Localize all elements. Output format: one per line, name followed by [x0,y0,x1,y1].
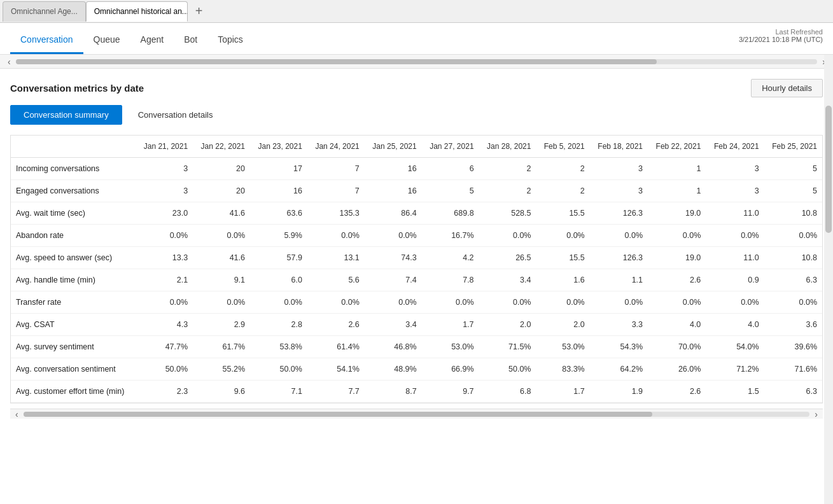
cell-r5-c1: 9.1 [193,269,250,291]
cell-r10-c7: 1.7 [536,381,589,403]
cell-r7-c11: 3.6 [764,314,822,336]
nav-tab-queue[interactable]: Queue [83,25,130,54]
cell-r0-c2: 17 [250,158,307,180]
cell-r6-c3: 0.0% [307,291,365,314]
right-scrollbar[interactable] [824,55,833,504]
cell-r10-c0: 2.3 [136,381,193,403]
cell-r6-c8: 0.0% [590,291,648,314]
nav-tab-agent[interactable]: Agent [130,25,174,54]
cell-r9-c10: 71.2% [706,358,764,381]
last-refreshed-value: 3/21/2021 10:18 PM (UTC) [739,36,823,43]
cell-r5-c2: 6.0 [250,269,307,291]
cell-r10-c9: 2.6 [648,381,706,403]
table-row: Avg. conversation sentiment50.0%55.2%50.… [11,358,822,381]
cell-r2-c8: 126.3 [590,202,648,225]
cell-r2-c5: 689.8 [422,202,479,225]
cell-r4-c2: 57.9 [250,247,307,269]
cell-r1-c3: 7 [307,180,365,202]
cell-r5-c10: 0.9 [706,269,764,291]
cell-r3-c8: 0.0% [590,225,648,247]
nav-tab-bot[interactable]: Bot [174,25,207,54]
table-row: Transfer rate0.0%0.0%0.0%0.0%0.0%0.0%0.0… [11,291,822,314]
cell-r4-c1: 41.6 [193,247,250,269]
cell-r7-c0: 4.3 [136,314,193,336]
cell-r9-c5: 66.9% [422,358,479,381]
cell-r3-c5: 16.7% [422,225,479,247]
cell-r8-c0: 47.7% [136,336,193,358]
table-row: Avg. speed to answer (sec)13.341.657.913… [11,247,822,269]
row-label: Avg. conversation sentiment [11,358,136,381]
cell-r7-c8: 3.3 [590,314,648,336]
tab-omnichannel-historical[interactable]: Omnichannel historical an... ✕ [86,1,188,22]
cell-r5-c3: 5.6 [307,269,365,291]
cell-r7-c6: 2.0 [479,314,536,336]
top-scrollbar[interactable]: ‹ › [0,55,833,69]
bottom-scrollbar[interactable]: ‹ › [10,409,823,419]
cell-r6-c11: 0.0% [764,291,822,314]
cell-r3-c2: 5.9% [250,225,307,247]
sub-tab-summary[interactable]: Conversation summary [10,105,122,125]
tab-omnichannel-agent[interactable]: Omnichannel Age... [3,1,86,22]
cell-r9-c6: 50.0% [479,358,536,381]
app-header: Conversation Queue Agent Bot Topics Last… [0,23,833,55]
cell-r1-c10: 3 [706,180,764,202]
data-table-wrapper[interactable]: Jan 21, 2021Jan 22, 2021Jan 23, 2021Jan … [10,135,823,403]
column-header-8: Feb 18, 2021 [590,136,648,158]
cell-r10-c1: 9.6 [193,381,250,403]
hourly-details-button[interactable]: Hourly details [751,79,823,97]
cell-r1-c7: 2 [536,180,589,202]
row-label: Avg. speed to answer (sec) [11,247,136,269]
row-label: Transfer rate [11,291,136,314]
cell-r8-c2: 53.8% [250,336,307,358]
cell-r0-c0: 3 [136,158,193,180]
row-label: Avg. handle time (min) [11,269,136,291]
browser-tab-bar: Omnichannel Age... Omnichannel historica… [0,0,833,23]
cell-r8-c7: 53.0% [536,336,589,358]
cell-r0-c7: 2 [536,158,589,180]
nav-tab-topics[interactable]: Topics [207,25,253,54]
column-header-4: Jan 25, 2021 [365,136,422,158]
column-header-10: Feb 24, 2021 [706,136,764,158]
cell-r9-c1: 55.2% [193,358,250,381]
table-row: Avg. handle time (min)2.19.16.05.67.47.8… [11,269,822,291]
row-label: Engaged conversations [11,180,136,202]
cell-r3-c7: 0.0% [536,225,589,247]
nav-tab-conversation[interactable]: Conversation [10,25,83,54]
cell-r6-c0: 0.0% [136,291,193,314]
cell-r0-c10: 3 [706,158,764,180]
row-label-header [11,136,136,158]
cell-r0-c8: 3 [590,158,648,180]
cell-r4-c8: 126.3 [590,247,648,269]
cell-r0-c6: 2 [479,158,536,180]
cell-r1-c5: 5 [422,180,479,202]
cell-r4-c9: 19.0 [648,247,706,269]
cell-r2-c9: 19.0 [648,202,706,225]
cell-r0-c9: 1 [648,158,706,180]
cell-r5-c11: 6.3 [764,269,822,291]
new-tab-button[interactable]: + [190,4,208,18]
cell-r9-c7: 83.3% [536,358,589,381]
bottom-scroll-left-icon[interactable]: ‹ [13,409,21,419]
cell-r7-c4: 3.4 [365,314,422,336]
cell-r10-c3: 7.7 [307,381,365,403]
bottom-scroll-right-icon[interactable]: › [812,409,820,419]
table-row: Avg. survey sentiment47.7%61.7%53.8%61.4… [11,336,822,358]
sub-tab-details[interactable]: Conversation details [125,105,227,125]
cell-r6-c1: 0.0% [193,291,250,314]
table-header-row: Jan 21, 2021Jan 22, 2021Jan 23, 2021Jan … [11,136,822,158]
cell-r7-c3: 2.6 [307,314,365,336]
cell-r3-c6: 0.0% [479,225,536,247]
row-label: Avg. wait time (sec) [11,202,136,225]
cell-r1-c8: 3 [590,180,648,202]
cell-r2-c1: 41.6 [193,202,250,225]
scroll-track[interactable] [16,59,818,64]
cell-r4-c11: 10.8 [764,247,822,269]
table-row: Incoming conversations320177166223135 [11,158,822,180]
cell-r6-c9: 0.0% [648,291,706,314]
scroll-left-icon[interactable]: ‹ [5,57,13,67]
cell-r1-c4: 16 [365,180,422,202]
table-row: Avg. CSAT4.32.92.82.63.41.72.02.03.34.04… [11,314,822,336]
cell-r7-c2: 2.8 [250,314,307,336]
bottom-scroll-track[interactable] [24,412,810,417]
cell-r4-c0: 13.3 [136,247,193,269]
